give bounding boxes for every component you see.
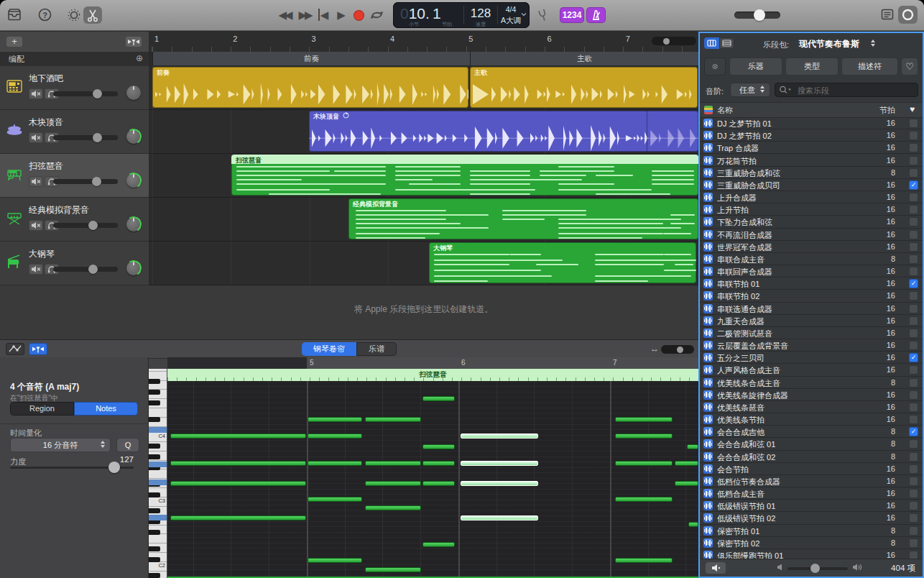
loop-favorite-checkbox[interactable] (909, 143, 918, 152)
loop-favorite-checkbox[interactable] (909, 415, 918, 424)
loop-list-header[interactable]: 名称 节拍 ♥ (700, 102, 923, 118)
loop-favorite-checkbox[interactable] (909, 390, 918, 400)
loop-row[interactable]: 串联节拍 0216 (700, 290, 923, 302)
loop-favorite-checkbox[interactable] (909, 513, 918, 523)
scale-select[interactable]: 任意 (730, 83, 770, 97)
loop-favorite-checkbox[interactable] (909, 217, 918, 226)
search-input[interactable] (796, 83, 914, 98)
track-volume-slider[interactable] (53, 179, 118, 184)
loop-row[interactable]: 优美线条合成主音8 (700, 377, 923, 389)
loop-row[interactable]: 三重威胁合成和弦8 (700, 167, 923, 179)
arrangement-add-icon[interactable]: ⊕ (136, 53, 143, 63)
segment-region[interactable]: Region (10, 402, 74, 416)
loop-row[interactable]: 低级错误节拍 0216 (700, 512, 923, 524)
timeline-zoom-slider[interactable] (652, 37, 696, 45)
velocity-knob[interactable] (108, 462, 120, 473)
loop-row[interactable]: 人声风格合成主音16 (700, 364, 923, 376)
editor-zoom-slider[interactable] (661, 345, 694, 354)
loop-favorite-checkbox[interactable] (909, 156, 918, 165)
pan-knob[interactable] (126, 217, 141, 231)
midi-note[interactable] (461, 481, 538, 486)
column-favorite-icon[interactable]: ♥ (910, 104, 915, 114)
lcd-display[interactable]: 010.1 小节 节拍 128 速度 4/4 A大调 (393, 2, 530, 28)
filter-instrument-button[interactable]: 乐器 (729, 58, 782, 75)
loop-row[interactable]: 上升合成器16 (700, 191, 923, 203)
arrangement-section[interactable]: 前奏 (152, 52, 471, 65)
loop-row[interactable]: 不再流泪合成器16 (700, 229, 923, 241)
black-key[interactable] (149, 379, 160, 384)
loop-row[interactable]: 优美线条琶音16 (700, 401, 923, 413)
midi-note[interactable] (308, 417, 362, 422)
audio-region[interactable]: 主歌 (470, 67, 698, 108)
midi-note[interactable] (170, 515, 306, 520)
loop-favorite-checkbox[interactable] (909, 477, 918, 486)
loop-favorite-checkbox[interactable] (909, 452, 918, 462)
midi-note[interactable] (308, 558, 362, 563)
loop-view-columns-button[interactable] (719, 37, 734, 49)
quantize-apply-button[interactable]: Q (116, 438, 139, 452)
loop-row[interactable]: 万花筒节拍16 (700, 155, 923, 167)
lcd-chevron-icon[interactable] (521, 12, 527, 17)
loop-pack-select[interactable]: 现代节奏布鲁斯 (799, 38, 859, 50)
loop-favorite-checkbox[interactable] (909, 378, 918, 387)
loop-favorite-checkbox[interactable]: ✓ (909, 427, 918, 436)
track-header-row[interactable]: 大钢琴 (0, 242, 149, 285)
loop-favorite-checkbox[interactable] (909, 403, 918, 412)
midi-note[interactable] (461, 434, 538, 439)
filter-favorites-button[interactable]: ♡ (901, 58, 918, 75)
mute-button[interactable] (29, 264, 43, 275)
track-lane[interactable]: 经典模拟背景音 (149, 198, 698, 242)
midi-note[interactable] (675, 461, 698, 466)
midi-note[interactable] (615, 434, 673, 439)
midi-note[interactable] (308, 497, 362, 502)
arrangement-header-row[interactable]: 编配 ⊕ (0, 52, 149, 67)
mute-button[interactable] (29, 88, 43, 99)
black-key[interactable] (149, 390, 160, 395)
piano-keyboard[interactable]: C4C3C2 (149, 369, 167, 578)
loop-favorite-checkbox[interactable] (909, 119, 918, 128)
track-volume-knob[interactable] (93, 89, 102, 98)
pan-knob[interactable] (126, 261, 141, 275)
master-volume-knob[interactable] (754, 9, 765, 21)
mute-button[interactable] (29, 220, 43, 231)
tab-score[interactable]: 乐谱 (356, 342, 397, 356)
loop-favorite-checkbox[interactable] (909, 489, 918, 498)
track-volume-slider[interactable] (53, 91, 118, 96)
fast-forward-button[interactable]: ▶▶ (295, 7, 314, 23)
loop-row[interactable]: 世界冠军合成器16 (700, 241, 923, 253)
column-name[interactable]: 名称 (717, 105, 733, 116)
midi-note[interactable] (615, 558, 673, 563)
black-key[interactable] (149, 530, 160, 535)
loop-favorite-checkbox[interactable] (909, 230, 918, 239)
preview-volume-knob[interactable] (810, 564, 820, 573)
track-volume-slider[interactable] (53, 223, 118, 228)
loop-browser-toggle-button[interactable] (898, 6, 918, 24)
filter-reset-button[interactable]: ⊗ (704, 58, 726, 75)
loop-row[interactable]: 二极管测试琶音16 (700, 327, 923, 339)
midi-note[interactable] (675, 481, 698, 486)
track-header-row[interactable]: 木块顶音 (0, 110, 149, 154)
midi-note[interactable] (308, 434, 362, 439)
loop-favorite-checkbox[interactable] (909, 291, 918, 301)
midi-region[interactable]: 扫弦琶音 (231, 155, 698, 196)
metronome-badge[interactable] (586, 7, 606, 23)
black-key[interactable] (149, 573, 160, 578)
cut-tool-button[interactable] (83, 6, 102, 24)
loop-favorite-checkbox[interactable] (909, 267, 918, 276)
midi-note[interactable] (615, 497, 673, 502)
loop-row[interactable]: 会合合成吉他8✓ (700, 426, 923, 438)
column-beats[interactable]: 节拍 (871, 105, 895, 116)
midi-note[interactable] (365, 567, 421, 572)
piano-roll-grid[interactable] (167, 381, 698, 578)
loop-favorite-checkbox[interactable] (909, 254, 918, 264)
midi-region[interactable]: 大钢琴 (429, 242, 696, 283)
loop-favorite-checkbox[interactable] (909, 341, 918, 350)
loop-pack-stepper-icon[interactable] (871, 40, 876, 47)
track-header-row[interactable]: 经典模拟背景音 (0, 198, 149, 242)
loop-favorite-checkbox[interactable]: ✓ (909, 180, 918, 190)
midi-note[interactable] (615, 417, 673, 422)
filter-genre-button[interactable]: 类型 (785, 58, 838, 75)
midi-note[interactable] (365, 505, 421, 510)
display-brightness-icon[interactable] (67, 8, 81, 22)
cycle-button[interactable] (369, 9, 385, 22)
